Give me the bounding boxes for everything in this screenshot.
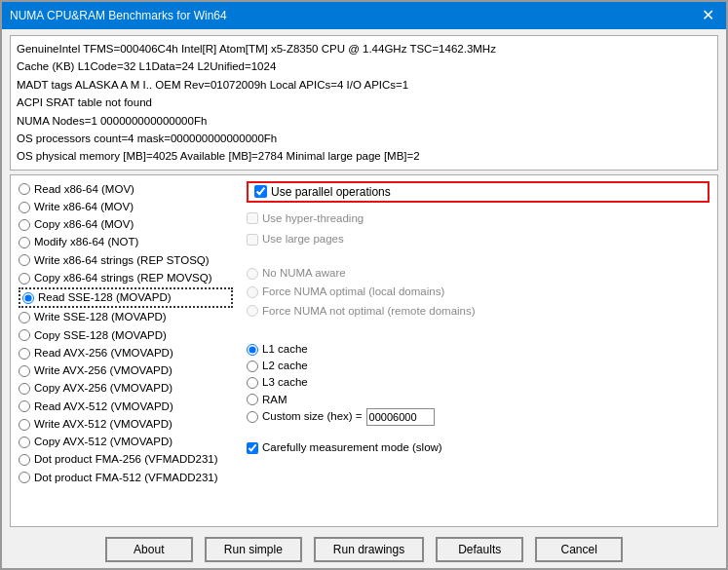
radio-read-sse-128[interactable] xyxy=(22,292,34,304)
radio-write-avx-512[interactable] xyxy=(19,419,30,431)
numa-not-optimal: Force NUMA not optimal (remote domains) xyxy=(247,303,709,320)
radio-copy-x86-movsq[interactable] xyxy=(19,273,30,285)
radio-read-x86-mov[interactable] xyxy=(19,183,30,195)
radio-cache-l2[interactable] xyxy=(247,361,258,372)
careful-mode-item[interactable]: Carefully measurement mode (slow) xyxy=(247,439,709,456)
info-panel: GenuineIntel TFMS=000406C4h Intel[R] Ato… xyxy=(10,35,718,171)
window-title: NUMA CPU&RAM Benchmarks for Win64 xyxy=(10,9,227,22)
main-window: NUMA CPU&RAM Benchmarks for Win64 ✕ Genu… xyxy=(0,0,728,570)
numa-section: No NUMA aware Force NUMA optimal (local … xyxy=(247,265,709,320)
radio-dot-fma-512[interactable] xyxy=(19,472,30,483)
run-simple-button[interactable]: Run simple xyxy=(205,537,302,562)
use-large-pages-checkbox[interactable] xyxy=(247,234,258,246)
info-line-4: ACPI SRAT table not found xyxy=(17,94,711,111)
cache-l2-item[interactable]: L2 cache xyxy=(247,358,709,374)
radio-read-avx-256[interactable] xyxy=(19,348,30,360)
use-parallel-checkbox[interactable] xyxy=(254,185,267,198)
info-line-6: OS processors count=4 mask=0000000000000… xyxy=(17,130,711,147)
custom-hex-input[interactable] xyxy=(366,408,435,426)
info-line-3: MADT tags ALASKA A M I.. OEM Rev=0107200… xyxy=(17,76,711,94)
op-read-sse-128[interactable]: Read SSE-128 (MOVAPD) xyxy=(19,287,233,308)
options-panel: Use parallel operations Use hyper-thread… xyxy=(243,181,709,520)
op-copy-sse-128[interactable]: Copy SSE-128 (MOVAPD) xyxy=(19,327,233,344)
op-write-x86-mov[interactable]: Write x86-64 (MOV) xyxy=(19,199,233,215)
info-line-2: Cache (KB) L1Code=32 L1Data=24 L2Unified… xyxy=(17,57,711,75)
use-large-pages-item: Use large pages xyxy=(247,231,709,247)
op-copy-avx-256[interactable]: Copy AVX-256 (VMOVAPD) xyxy=(19,380,233,397)
title-bar: NUMA CPU&RAM Benchmarks for Win64 ✕ xyxy=(2,2,726,29)
cache-l1-item[interactable]: L1 cache xyxy=(247,341,709,358)
op-write-avx-512[interactable]: Write AVX-512 (VMOVAPD) xyxy=(19,416,233,433)
op-copy-x86-movsq[interactable]: Copy x86-64 strings (REP MOVSQ) xyxy=(19,270,233,286)
radio-cache-custom[interactable] xyxy=(247,411,258,423)
op-dot-fma-512[interactable]: Dot product FMA-512 (VFMADD231) xyxy=(19,470,233,486)
op-read-x86-mov[interactable]: Read x86-64 (MOV) xyxy=(19,181,233,198)
op-copy-x86-mov[interactable]: Copy x86-64 (MOV) xyxy=(19,216,233,233)
op-read-avx-256[interactable]: Read AVX-256 (VMOVAPD) xyxy=(19,345,233,361)
radio-write-avx-256[interactable] xyxy=(19,365,30,377)
run-drawings-button[interactable]: Run drawings xyxy=(314,537,424,562)
use-hyperthreading-item: Use hyper-threading xyxy=(247,210,709,227)
info-line-1: GenuineIntel TFMS=000406C4h Intel[R] Ato… xyxy=(17,40,711,57)
radio-copy-x86-mov[interactable] xyxy=(19,219,30,231)
radio-copy-avx-256[interactable] xyxy=(19,383,30,395)
radio-cache-l1[interactable] xyxy=(247,344,258,356)
bottom-bar: About Run simple Run drawings Defaults C… xyxy=(2,531,726,568)
radio-numa-no-aware[interactable] xyxy=(247,268,258,280)
close-button[interactable]: ✕ xyxy=(698,8,718,23)
radio-write-sse-128[interactable] xyxy=(19,312,30,323)
about-button[interactable]: About xyxy=(105,537,193,562)
radio-copy-sse-128[interactable] xyxy=(19,329,30,341)
radio-copy-avx-512[interactable] xyxy=(19,437,30,448)
op-read-avx-512[interactable]: Read AVX-512 (VMOVAPD) xyxy=(19,399,233,415)
use-parallel-box[interactable]: Use parallel operations xyxy=(247,181,709,203)
cancel-button[interactable]: Cancel xyxy=(535,537,623,562)
defaults-button[interactable]: Defaults xyxy=(436,537,523,562)
use-hyperthreading-checkbox[interactable] xyxy=(247,212,258,224)
numa-no-aware: No NUMA aware xyxy=(247,265,709,282)
radio-modify-x86-not[interactable] xyxy=(19,237,30,248)
info-line-7: OS physical memory [MB]=4025 Available [… xyxy=(17,147,711,165)
radio-cache-l3[interactable] xyxy=(247,377,258,389)
op-modify-x86-not[interactable]: Modify x86-64 (NOT) xyxy=(19,234,233,250)
cache-ram-item[interactable]: RAM xyxy=(247,392,709,408)
numa-optimal: Force NUMA optimal (local domains) xyxy=(247,284,709,300)
info-line-5: NUMA Nodes=1 000000000000000Fh xyxy=(17,112,711,130)
main-panel: Read x86-64 (MOV) Write x86-64 (MOV) Cop… xyxy=(10,174,718,527)
op-write-x86-stosq[interactable]: Write x86-64 strings (REP STOSQ) xyxy=(19,252,233,269)
radio-read-avx-512[interactable] xyxy=(19,400,30,412)
op-dot-fma-256[interactable]: Dot product FMA-256 (VFMADD231) xyxy=(19,451,233,468)
radio-dot-fma-256[interactable] xyxy=(19,454,30,466)
cache-section: L1 cache L2 cache L3 cache RAM Custom si… xyxy=(247,341,709,426)
careful-mode-checkbox[interactable] xyxy=(247,442,258,454)
operations-panel: Read x86-64 (MOV) Write x86-64 (MOV) Cop… xyxy=(19,181,233,520)
radio-write-x86-stosq[interactable] xyxy=(19,254,30,266)
cache-custom-item[interactable]: Custom size (hex) = xyxy=(247,408,709,426)
op-copy-avx-512[interactable]: Copy AVX-512 (VMOVAPD) xyxy=(19,434,233,450)
radio-write-x86-mov[interactable] xyxy=(19,202,30,213)
op-write-avx-256[interactable]: Write AVX-256 (VMOVAPD) xyxy=(19,362,233,379)
radio-numa-optimal[interactable] xyxy=(247,286,258,298)
op-write-sse-128[interactable]: Write SSE-128 (MOVAPD) xyxy=(19,309,233,325)
radio-cache-ram[interactable] xyxy=(247,394,258,405)
cache-l3-item[interactable]: L3 cache xyxy=(247,374,709,391)
radio-numa-not-optimal[interactable] xyxy=(247,305,258,317)
